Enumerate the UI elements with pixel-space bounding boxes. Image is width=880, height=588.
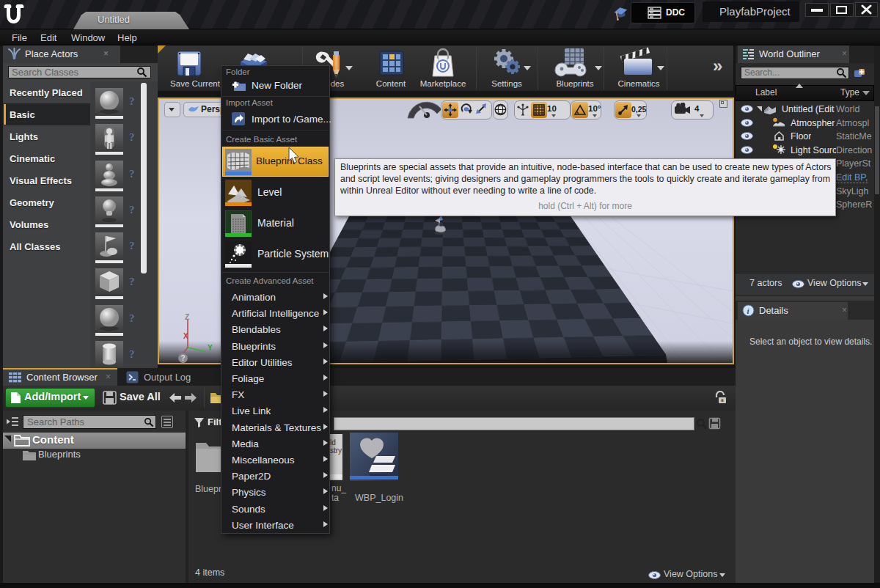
svg-text:X: X: [183, 332, 188, 340]
svg-text:Y: Y: [208, 344, 213, 352]
svg-text:Z: Z: [185, 314, 189, 321]
